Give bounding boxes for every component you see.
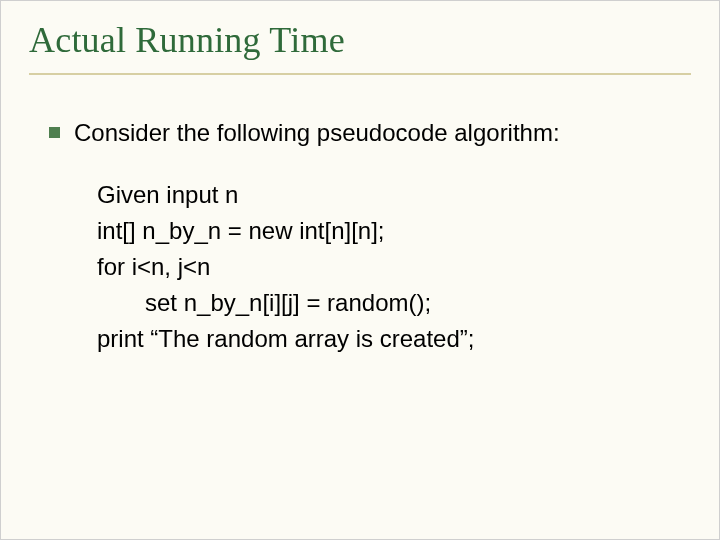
- square-bullet-icon: [49, 127, 60, 138]
- slide-title: Actual Running Time: [29, 19, 691, 61]
- bullet-text: Consider the following pseudocode algori…: [74, 117, 560, 149]
- slide-body: Consider the following pseudocode algori…: [29, 117, 691, 357]
- bullet-item: Consider the following pseudocode algori…: [49, 117, 691, 149]
- slide: Actual Running Time Consider the followi…: [1, 1, 719, 539]
- code-line: int[] n_by_n = new int[n][n];: [97, 213, 691, 249]
- code-line: Given input n: [97, 177, 691, 213]
- code-line: print “The random array is created”;: [97, 321, 691, 357]
- pseudocode-block: Given input n int[] n_by_n = new int[n][…: [49, 177, 691, 357]
- code-line: for i<n, j<n: [97, 249, 691, 285]
- code-line: set n_by_n[i][j] = random();: [97, 285, 691, 321]
- title-underline: [29, 73, 691, 75]
